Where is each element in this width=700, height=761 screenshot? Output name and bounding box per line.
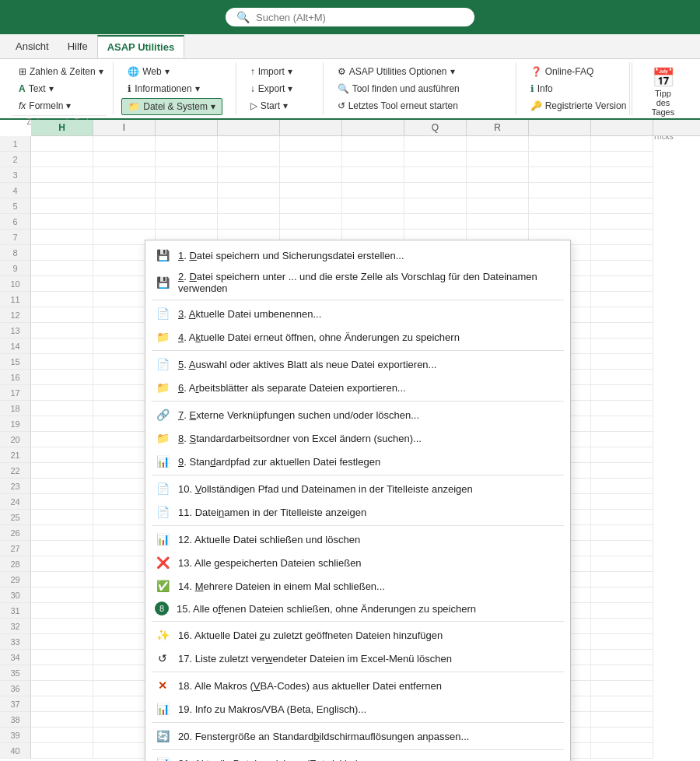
grid-cell[interactable]: [156, 183, 218, 198]
grid-cell[interactable]: [31, 619, 93, 634]
grid-cell[interactable]: [404, 167, 467, 183]
grid-cell[interactable]: [31, 463, 93, 479]
grid-cell[interactable]: [591, 214, 653, 230]
grid-cell[interactable]: [31, 198, 93, 214]
grid-cell[interactable]: [93, 214, 156, 230]
ribbon-btn-asap-optionen[interactable]: ⚙ ASAP Utilities Optionen ▾: [331, 64, 461, 79]
grid-cell[interactable]: [591, 261, 653, 276]
grid-cell[interactable]: [404, 214, 467, 230]
table-row[interactable]: [31, 214, 653, 230]
grid-cell[interactable]: [591, 587, 653, 603]
ribbon-btn-formeln[interactable]: fx Formeln ▾: [12, 98, 77, 114]
grid-cell[interactable]: [31, 385, 93, 401]
grid-cell[interactable]: [529, 167, 591, 183]
menu-item-17[interactable]: ↺ 17. Liste zuletzt verwendeter Dateien …: [145, 647, 570, 670]
grid-cell[interactable]: [31, 556, 93, 572]
grid-cell[interactable]: [467, 136, 529, 152]
menu-item-7[interactable]: 🔗 7. Externe Verknüpfungen suchen und/od…: [145, 403, 570, 426]
grid-cell[interactable]: [591, 245, 653, 261]
table-row[interactable]: [31, 136, 653, 152]
menu-item-20[interactable]: 🔄 20. Fenstergröße an Standardbildschirm…: [145, 724, 570, 748]
grid-cell[interactable]: [156, 136, 218, 152]
grid-cell[interactable]: [404, 198, 467, 214]
menu-item-3[interactable]: 📄 3. Aktuelle Datei umbenennen...: [145, 302, 570, 325]
grid-cell[interactable]: [31, 307, 93, 323]
ribbon-btn-online-faq[interactable]: ❓ Online-FAQ: [524, 64, 600, 79]
grid-cell[interactable]: [31, 665, 93, 681]
grid-cell[interactable]: [342, 152, 404, 167]
grid-cell[interactable]: [529, 152, 591, 167]
grid-cell[interactable]: [31, 712, 93, 728]
table-row[interactable]: [31, 152, 653, 167]
grid-cell[interactable]: [31, 634, 93, 650]
menu-item-18[interactable]: ✕ 18. Alle Makros (VBA-Codes) aus aktuel…: [145, 674, 570, 697]
ribbon-btn-start[interactable]: ▷ Start ▾: [244, 98, 294, 114]
grid-cell[interactable]: [280, 152, 342, 167]
grid-cell[interactable]: [591, 619, 653, 634]
grid-cell[interactable]: [93, 183, 156, 198]
grid-cell[interactable]: [529, 198, 591, 214]
grid-cell[interactable]: [31, 292, 93, 307]
menu-item-15[interactable]: 8 15. Alle offenen Dateien schließen, oh…: [145, 598, 570, 619]
table-row[interactable]: [31, 183, 653, 198]
grid-cell[interactable]: [93, 152, 156, 167]
grid-cell[interactable]: [591, 432, 653, 447]
grid-cell[interactable]: [591, 401, 653, 416]
grid-cell[interactable]: [280, 183, 342, 198]
tab-ansicht[interactable]: Ansicht: [6, 36, 58, 57]
menu-item-2[interactable]: 💾 2. Datei speichern unter ... und die e…: [145, 267, 570, 298]
grid-cell[interactable]: [529, 214, 591, 230]
grid-cell[interactable]: [591, 447, 653, 463]
menu-item-12[interactable]: 📊 12. Aktuelle Datei schließen und lösch…: [145, 528, 570, 551]
grid-cell[interactable]: [342, 214, 404, 230]
ribbon-btn-tool-finden[interactable]: 🔍 Tool finden und ausführen: [331, 81, 466, 96]
grid-cell[interactable]: [31, 401, 93, 416]
grid-cell[interactable]: [591, 385, 653, 401]
grid-cell[interactable]: [467, 152, 529, 167]
grid-cell[interactable]: [93, 167, 156, 183]
grid-cell[interactable]: [31, 152, 93, 167]
menu-item-19[interactable]: 📊 19. Info zu Makros/VBA (Beta, Englisch…: [145, 697, 570, 721]
grid-cell[interactable]: [31, 728, 93, 743]
grid-cell[interactable]: [93, 136, 156, 152]
grid-cell[interactable]: [31, 214, 93, 230]
grid-cell[interactable]: [591, 728, 653, 743]
grid-cell[interactable]: [31, 479, 93, 494]
grid-cell[interactable]: [31, 354, 93, 370]
ribbon-btn-informationen[interactable]: ℹ Informationen ▾: [121, 81, 205, 96]
grid-cell[interactable]: [591, 634, 653, 650]
grid-cell[interactable]: [31, 370, 93, 385]
ribbon-btn-import[interactable]: ↑ Import ▾: [244, 64, 299, 79]
grid-cell[interactable]: [31, 338, 93, 354]
grid-cell[interactable]: [218, 214, 280, 230]
table-row[interactable]: [31, 167, 653, 183]
grid-cell[interactable]: [31, 245, 93, 261]
grid-cell[interactable]: [156, 167, 218, 183]
grid-cell[interactable]: [31, 323, 93, 338]
grid-cell[interactable]: [280, 198, 342, 214]
grid-cell[interactable]: [31, 447, 93, 463]
grid-cell[interactable]: [591, 541, 653, 556]
grid-cell[interactable]: [591, 167, 653, 183]
grid-cell[interactable]: [467, 214, 529, 230]
grid-cell[interactable]: [218, 183, 280, 198]
menu-item-21[interactable]: 📊 21. Aktuelle Datei speichern (Entwickl…: [145, 752, 570, 761]
menu-item-14[interactable]: ✅ 14. Mehrere Dateien in einem Mal schli…: [145, 574, 570, 598]
grid-cell[interactable]: [591, 292, 653, 307]
grid-cell[interactable]: [31, 650, 93, 665]
tab-asap-utilities[interactable]: ASAP Utilities: [97, 35, 184, 58]
grid-cell[interactable]: [591, 743, 653, 759]
grid-cell[interactable]: [31, 261, 93, 276]
grid-cell[interactable]: [467, 183, 529, 198]
grid-cell[interactable]: [31, 136, 93, 152]
grid-cell[interactable]: [591, 463, 653, 479]
grid-cell[interactable]: [218, 152, 280, 167]
grid-cell[interactable]: [591, 338, 653, 354]
grid-cell[interactable]: [31, 525, 93, 541]
grid-cell[interactable]: [31, 167, 93, 183]
grid-cell[interactable]: [31, 494, 93, 510]
tab-hilfe[interactable]: Hilfe: [58, 36, 97, 57]
menu-item-13[interactable]: ❌ 13. Alle gespeicherten Dateien schließ…: [145, 551, 570, 574]
grid-cell[interactable]: [156, 198, 218, 214]
grid-cell[interactable]: [218, 198, 280, 214]
